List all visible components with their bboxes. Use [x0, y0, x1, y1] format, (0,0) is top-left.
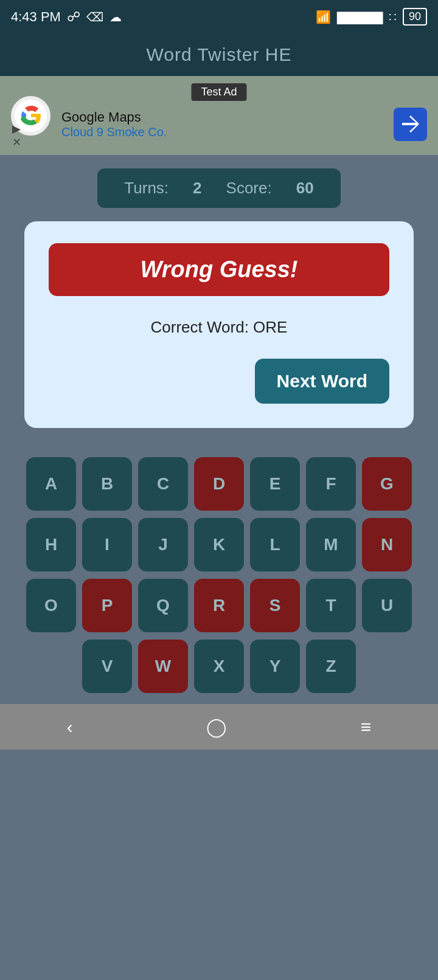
keyboard-row-3: O P Q R S T U — [26, 579, 412, 632]
ad-play-icon: ▶ — [12, 123, 21, 134]
keyboard-row-2: H I J K L M N — [26, 518, 412, 571]
ad-label: Test Ad — [191, 83, 246, 101]
key-U[interactable]: U — [362, 579, 412, 632]
key-Z[interactable]: Z — [306, 640, 356, 693]
key-A[interactable]: A — [26, 457, 76, 511]
ad-subtitle: Cloud 9 Smoke Co. — [61, 125, 383, 139]
key-K[interactable]: K — [194, 518, 244, 571]
score-value: 60 — [296, 179, 314, 198]
whatsapp-icon: ☍ — [67, 9, 80, 25]
usb-icon: ⌫ — [86, 10, 103, 24]
key-J[interactable]: J — [138, 518, 188, 571]
key-C[interactable]: C — [138, 457, 188, 511]
key-M[interactable]: M — [306, 518, 356, 571]
home-button[interactable]: ◯ — [206, 716, 227, 737]
score-label: Score: — [226, 179, 272, 198]
ad-banner: Test Ad Google Maps Cloud 9 Smoke Co. ▶ … — [0, 76, 438, 155]
battery-display: 90 — [403, 8, 427, 26]
next-word-button[interactable]: Next Word — [255, 359, 389, 404]
key-V[interactable]: V — [82, 640, 132, 693]
wrong-guess-banner: Wrong Guess! — [49, 243, 389, 296]
ad-controls: ▶ ✕ — [12, 123, 21, 148]
key-W[interactable]: W — [138, 640, 188, 693]
keyboard: A B C D E F G H I J K L M N O P Q R S T … — [0, 446, 438, 704]
key-G[interactable]: G — [362, 457, 412, 511]
key-F[interactable]: F — [306, 457, 356, 511]
wrong-guess-text: Wrong Guess! — [141, 257, 298, 282]
turns-label: Turns: — [124, 179, 169, 198]
app-title: Word Twister HE — [147, 44, 292, 65]
key-P[interactable]: P — [82, 579, 132, 632]
ad-arrow-icon[interactable] — [394, 108, 427, 141]
key-Y[interactable]: Y — [250, 640, 300, 693]
time-display: 4:43 PM — [11, 9, 61, 25]
key-X[interactable]: X — [194, 640, 244, 693]
key-T[interactable]: T — [306, 579, 356, 632]
correct-word-display: Correct Word: ORE — [49, 318, 389, 337]
key-E[interactable]: E — [250, 457, 300, 511]
ad-close-icon[interactable]: ✕ — [12, 137, 21, 148]
ad-title: Google Maps — [61, 109, 383, 125]
next-word-label: Next Word — [277, 371, 367, 391]
bottom-nav: ‹ ◯ ≡ — [0, 704, 438, 750]
key-I[interactable]: I — [82, 518, 132, 571]
dialog-card: Wrong Guess! Correct Word: ORE Next Word — [24, 221, 414, 428]
status-bar: 4:43 PM ☍ ⌫ ☁ 📶 ▇▇▇▇▇ ∷ 90 — [0, 0, 438, 33]
correct-word-prefix: Correct Word: — [151, 318, 254, 336]
wifi-icon: ∷ — [389, 10, 397, 24]
status-icons-area: 📶 ▇▇▇▇▇ ∷ 90 — [316, 8, 427, 26]
title-bar: Word Twister HE — [0, 33, 438, 76]
key-O[interactable]: O — [26, 579, 76, 632]
menu-button[interactable]: ≡ — [361, 717, 372, 737]
turns-value: 2 — [193, 179, 201, 198]
key-N[interactable]: N — [362, 518, 412, 571]
key-R[interactable]: R — [194, 579, 244, 632]
keyboard-row-4: V W X Y Z — [82, 640, 356, 693]
key-Q[interactable]: Q — [138, 579, 188, 632]
key-S[interactable]: S — [250, 579, 300, 632]
key-B[interactable]: B — [82, 457, 132, 511]
key-L[interactable]: L — [250, 518, 300, 571]
signal-icon: ▇▇▇▇▇ — [337, 10, 383, 24]
ad-text-block: Google Maps Cloud 9 Smoke Co. — [61, 109, 383, 139]
status-time-area: 4:43 PM ☍ ⌫ ☁ — [11, 9, 122, 25]
keyboard-row-1: A B C D E F G — [26, 457, 412, 511]
key-D[interactable]: D — [194, 457, 244, 511]
key-H[interactable]: H — [26, 518, 76, 571]
back-button[interactable]: ‹ — [67, 717, 73, 737]
correct-word-value: ORE — [253, 318, 287, 336]
cloud-icon: ☁ — [109, 10, 122, 24]
vibrate-icon: 📶 — [316, 10, 331, 24]
score-bar: Turns: 2 Score: 60 — [97, 168, 341, 208]
